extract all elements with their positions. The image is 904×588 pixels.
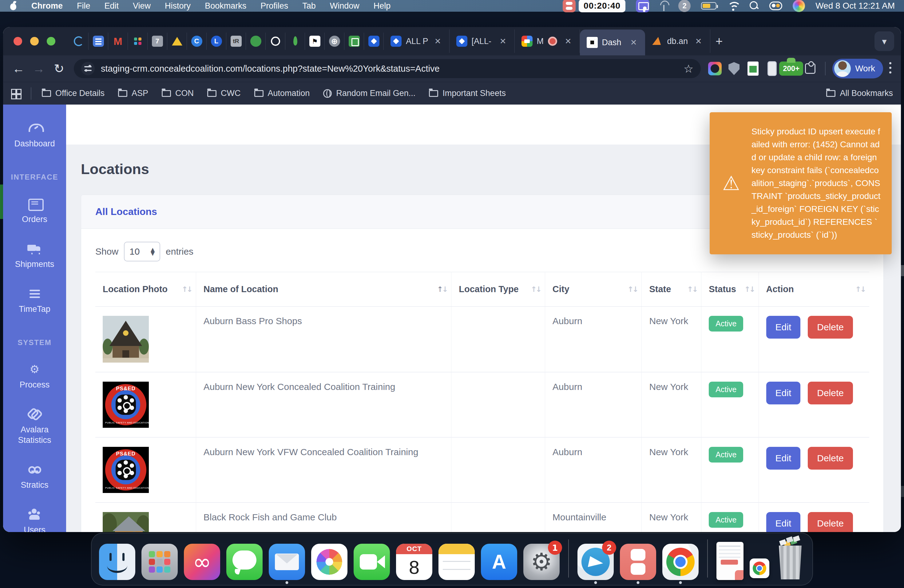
chrome-menu-button[interactable]	[889, 62, 892, 76]
card-title[interactable]: All Locations	[95, 206, 157, 217]
telegram-dock-icon[interactable]: 2	[577, 544, 614, 580]
facetime-dock-icon[interactable]	[354, 544, 390, 580]
sidebar-item-avalara-statistics[interactable]: Avalara Statistics	[7, 408, 62, 445]
close-tab-icon[interactable]	[693, 36, 704, 46]
bookmark-important-sheets[interactable]: Important Sheets	[429, 89, 506, 98]
forward-button[interactable]: →	[30, 60, 47, 77]
pinned-tab-sheets[interactable]	[345, 33, 364, 50]
pinned-tab-globe[interactable]: ⊕	[325, 33, 345, 50]
pinned-tab-linear[interactable]: L	[207, 33, 226, 50]
finder-dock-icon[interactable]	[99, 544, 135, 580]
page-size-select[interactable]: 10 ▲▼	[124, 242, 160, 261]
sidebar-item-process[interactable]: Process	[20, 363, 50, 390]
hotspot-icon[interactable]	[660, 1, 668, 11]
edit-button[interactable]: Edit	[766, 447, 801, 469]
battery-icon[interactable]	[701, 2, 716, 9]
pinned-tab-gmail[interactable]: M	[108, 33, 128, 50]
site-settings-icon[interactable]	[81, 62, 95, 75]
close-tab-icon[interactable]	[563, 36, 574, 46]
photos-dock-icon[interactable]	[311, 544, 348, 580]
menu-file[interactable]: File	[77, 1, 90, 11]
sidebar-item-dashboard[interactable]: Dashboard	[14, 122, 55, 149]
notification-count-badge[interactable]: 2	[678, 0, 691, 12]
zoom-window-button[interactable]	[47, 37, 55, 46]
mail-dock-icon[interactable]	[269, 544, 305, 580]
edit-button[interactable]: Edit	[766, 316, 801, 338]
menu-clock[interactable]: Wed 8 Oct 12:21 AM	[815, 1, 895, 11]
sidebar-item-stratics[interactable]: Stratics	[21, 463, 48, 490]
edit-button[interactable]: Edit	[766, 382, 801, 405]
sidebar-item-users[interactable]: Users	[24, 508, 46, 532]
col-action[interactable]: Action↑↓	[759, 272, 869, 307]
back-button[interactable]: ←	[10, 60, 27, 77]
tab-all-p[interactable]: ALL P	[384, 30, 450, 53]
edit-button[interactable]: Edit	[766, 512, 801, 532]
tab-all-bracket[interactable]: [ALL-	[450, 30, 515, 53]
profile-chip[interactable]: Work	[832, 59, 883, 78]
close-tab-icon[interactable]	[629, 37, 639, 47]
sidebar-item-shipments[interactable]: Shipments	[15, 242, 54, 269]
menu-view[interactable]: View	[133, 1, 151, 11]
pinned-tab-jira[interactable]	[364, 33, 384, 50]
menu-profiles[interactable]: Profiles	[261, 1, 288, 11]
delete-button[interactable]: Delete	[808, 382, 853, 405]
extension-sheets[interactable]	[745, 60, 761, 77]
tab-dash-active[interactable]: Dash	[580, 30, 645, 55]
error-toast[interactable]: ⚠ Sticky product ID upsert execute faile…	[710, 112, 892, 254]
extension-shield[interactable]	[726, 60, 742, 77]
screen-share-icon[interactable]	[636, 0, 650, 12]
menu-edit[interactable]: Edit	[104, 1, 119, 11]
pinned-tab-docs[interactable]	[89, 33, 108, 50]
settings-dock-icon[interactable]: 1 ⚙	[523, 544, 559, 580]
launchpad-dock-icon[interactable]	[141, 544, 178, 580]
pinned-tab-seven[interactable]: 7	[148, 33, 167, 50]
close-tab-icon[interactable]	[433, 36, 443, 46]
bookmark-random-email[interactable]: Random Email Gen...	[323, 89, 416, 98]
col-name-of-location[interactable]: Name of Location↑↓	[196, 272, 451, 307]
apps-grid-icon[interactable]	[11, 89, 20, 98]
col-location-type[interactable]: Location Type↑↓	[451, 272, 545, 307]
col-location-photo[interactable]: Location Photo↑↓	[95, 272, 196, 307]
close-tab-icon[interactable]	[498, 36, 508, 46]
delete-button[interactable]: Delete	[808, 316, 853, 338]
bookmark-office-details[interactable]: Office Details	[42, 89, 104, 98]
tracker-dock-icon[interactable]	[620, 544, 656, 580]
messages-dock-icon[interactable]	[226, 544, 262, 580]
delete-button[interactable]: Delete	[808, 447, 853, 469]
spotlight-search-icon[interactable]	[750, 1, 759, 11]
menu-help[interactable]: Help	[374, 1, 391, 11]
bookmark-automation[interactable]: Automation	[254, 89, 310, 98]
col-city[interactable]: City↑↓	[545, 272, 642, 307]
tab-meet[interactable]: M	[515, 30, 580, 53]
url-text[interactable]: staging-crm.concealedcoalition.com/locat…	[101, 64, 440, 74]
freeform-dock-icon[interactable]: ∞	[184, 544, 220, 580]
sidebar-item-orders[interactable]: Orders	[22, 198, 47, 224]
timer-widget[interactable]: 00:20:40	[563, 0, 626, 12]
appstore-dock-icon[interactable]: A	[481, 544, 517, 580]
menu-tab[interactable]: Tab	[302, 1, 316, 11]
pinned-tab-clickup[interactable]	[69, 33, 89, 50]
col-status[interactable]: Status↑↓	[702, 272, 759, 307]
new-tab-button[interactable]	[710, 32, 728, 50]
bookmark-asp[interactable]: ASP	[118, 89, 148, 98]
all-bookmarks-button[interactable]: All Bookmarks	[826, 89, 893, 98]
chrome-dock-icon[interactable]	[662, 544, 699, 580]
extensions-menu[interactable]	[802, 60, 818, 77]
close-window-button[interactable]	[14, 37, 22, 46]
pinned-tab-drive[interactable]	[167, 33, 187, 50]
minimized-window-thumbnail[interactable]	[716, 542, 743, 580]
tab-phpmyadmin[interactable]: db.an	[645, 30, 710, 53]
menu-history[interactable]: History	[165, 1, 191, 11]
pinned-tab-ring[interactable]	[266, 33, 285, 50]
pinned-tab-mongodb[interactable]	[285, 33, 305, 50]
pinned-tab-testrail[interactable]: tR	[226, 33, 246, 50]
pinned-tab-flag[interactable]: ⚑	[305, 33, 325, 50]
extension-phone[interactable]	[764, 60, 780, 77]
extension-200plus[interactable]: 200+	[783, 60, 799, 77]
pinned-tab-c-circle[interactable]: C	[187, 33, 207, 50]
siri-icon[interactable]	[793, 0, 805, 12]
minimized-chrome-thumbnail[interactable]	[750, 558, 769, 578]
menu-app-name[interactable]: Chrome	[32, 1, 63, 11]
bookmark-con[interactable]: CON	[162, 89, 194, 98]
calendar-dock-icon[interactable]: OCT 8	[396, 544, 432, 580]
